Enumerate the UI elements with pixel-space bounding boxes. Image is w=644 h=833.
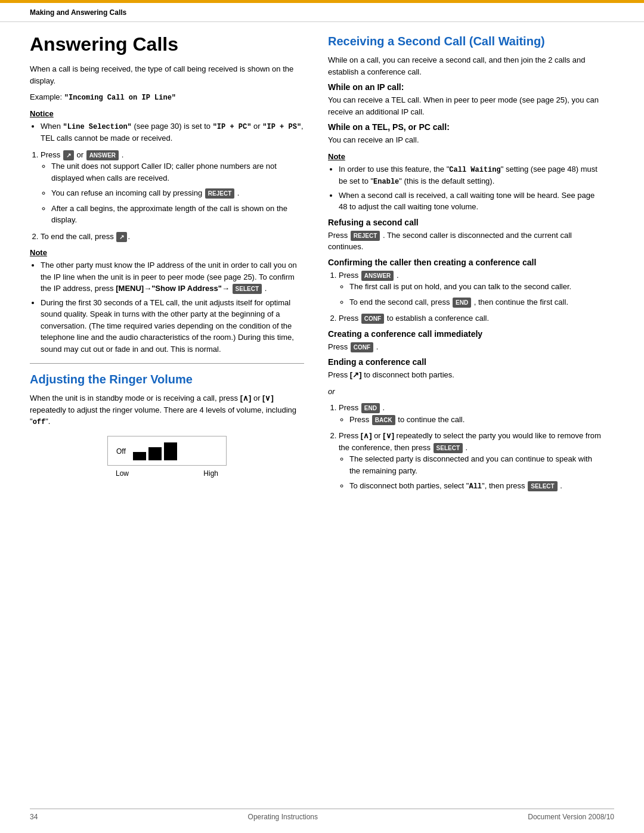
right-column: Receiving a Second Call (Call Waiting) W…: [328, 34, 602, 497]
confirming-bullet-2: To end the second call, press END , then…: [349, 296, 602, 308]
step1-bullet-2: You can refuse an incoming call by press…: [51, 187, 304, 199]
ending-bullet-2: The selected party is disconnected and y…: [349, 453, 602, 476]
second-call-intro: While on a call, you can receive a secon…: [328, 54, 602, 78]
ending-heading: Ending a conference call: [328, 357, 602, 367]
confirming-step-2: Press CONF to establish a conference cal…: [339, 312, 602, 324]
vol-bar-1: [133, 452, 146, 460]
breadcrumb-text: Making and Answering Calls: [30, 8, 126, 17]
key-answer-2: ANSWER: [361, 271, 394, 281]
divider: [30, 363, 304, 364]
main-content: Answering Calls When a call is being rec…: [0, 22, 644, 521]
ringer-intro: When the unit is in standby mode or is r…: [30, 392, 304, 428]
ending-text: Press [↗] to disconnect both parties.: [328, 369, 602, 381]
confirming-steps: Press ANSWER . The first call is put on …: [339, 270, 602, 324]
refusing-text: Press REJECT . The second caller is disc…: [328, 230, 602, 253]
creating-heading: Creating a conference call immediately: [328, 329, 602, 339]
footer: 34 Operating Instructions Document Versi…: [30, 809, 614, 821]
step1-bullets: The unit does not support Caller ID; cal…: [51, 160, 304, 226]
confirming-step-1: Press ANSWER . The first call is put on …: [339, 270, 602, 308]
key-conf-1: CONF: [361, 314, 384, 324]
key-back: BACK: [372, 415, 395, 425]
ip-call-text: You can receive a TEL call. When in peer…: [328, 94, 602, 117]
creating-text: Press CONF .: [328, 341, 602, 353]
answering-example: Example: "Incoming Call on IP Line": [30, 91, 304, 103]
page-title: Answering Calls: [30, 34, 304, 55]
footer-page-number: 34: [30, 813, 38, 821]
step1-bullet-1: The unit does not support Caller ID; cal…: [51, 160, 304, 184]
vol-off-label: Off: [116, 447, 126, 456]
ending-steps: Press END . Press BACK to continue the c…: [339, 402, 602, 492]
ending-bullets-2: The selected party is disconnected and y…: [349, 453, 602, 492]
volume-diagram: Off: [107, 436, 227, 466]
page-container: Making and Answering Calls Answering Cal…: [0, 0, 644, 833]
key-end-1: END: [453, 298, 471, 308]
key-select-2: SELECT: [434, 443, 463, 453]
key-select-3: SELECT: [528, 481, 557, 491]
step1-bullet-3: After a call begins, the approximate len…: [51, 203, 304, 226]
note-label-left: Note: [30, 248, 304, 257]
notice-list: When "Line Selection" (see page 30) is s…: [41, 120, 304, 144]
step-1: Press ↗ or ANSWER . The unit does not su…: [41, 149, 304, 226]
vol-low-label: Low: [116, 469, 129, 478]
key-reject-2: REJECT: [351, 231, 380, 241]
notice-label: Notice: [30, 109, 304, 118]
key-select-1: SELECT: [233, 284, 262, 294]
left-column: Answering Calls When a call is being rec…: [30, 34, 304, 497]
ending-step-2: Press [∧] or [∨] repeatedly to select th…: [339, 430, 602, 492]
note-label-right: Note: [328, 152, 602, 161]
ending-bullet-1: Press BACK to continue the call.: [349, 414, 602, 426]
footer-center: Operating Instructions: [248, 813, 318, 821]
footer-version: Document Version 2008/10: [528, 813, 614, 821]
confirming-bullets: The first call is put on hold, and you c…: [349, 281, 602, 308]
answering-steps: Press ↗ or ANSWER . The unit does not su…: [41, 149, 304, 243]
notice-item-1: When "Line Selection" (see page 30) is s…: [41, 120, 304, 144]
vol-high-label: High: [203, 469, 218, 478]
note-right-1: In order to use this feature, the "Call …: [339, 163, 602, 187]
tel-call-text: You can receive an IP call.: [328, 134, 602, 146]
key-end-2: END: [361, 403, 380, 413]
note-list-right: In order to use this feature, the "Call …: [339, 163, 602, 213]
note-item-2: During the first 30 seconds of a TEL cal…: [41, 297, 304, 355]
key-answer: ANSWER: [86, 150, 119, 160]
header-breadcrumb: Making and Answering Calls: [0, 3, 644, 22]
ending-bullets-1: Press BACK to continue the call.: [349, 414, 602, 426]
second-call-heading: Receiving a Second Call (Call Waiting): [328, 34, 602, 48]
vol-bar-group: [133, 442, 177, 460]
ending-step-1: Press END . Press BACK to continue the c…: [339, 402, 602, 425]
refusing-heading: Refusing a second call: [328, 218, 602, 227]
vol-bar-3: [164, 442, 177, 460]
answering-intro: When a call is being received, the type …: [30, 63, 304, 86]
example-code: "Incoming Call on IP Line": [64, 94, 176, 102]
ip-call-heading: While on an IP call:: [328, 82, 602, 92]
confirming-heading: Confirming the caller then creating a co…: [328, 258, 602, 267]
ending-or: or: [328, 386, 602, 398]
note-list-left: The other party must know the IP address…: [41, 259, 304, 355]
note-right-2: When a second call is received, a call w…: [339, 190, 602, 213]
key-reject-inline: REJECT: [205, 188, 234, 199]
note-item-1: The other party must know the IP address…: [41, 259, 304, 295]
vol-labels: Low High: [107, 469, 227, 478]
key-handset: ↗: [63, 150, 74, 160]
ringer-heading: Adjusting the Ringer Volume: [30, 372, 304, 386]
step-2: To end the call, press ↗.: [41, 231, 304, 243]
key-handset-end: ↗: [116, 232, 127, 242]
tel-call-heading: While on a TEL, PS, or PC call:: [328, 122, 602, 132]
confirming-bullet-1: The first call is put on hold, and you c…: [349, 281, 602, 293]
ending-bullet-3: To disconnect both parties, select "All"…: [349, 480, 602, 492]
vol-bar-2: [148, 447, 162, 460]
key-conf-2: CONF: [351, 342, 373, 352]
